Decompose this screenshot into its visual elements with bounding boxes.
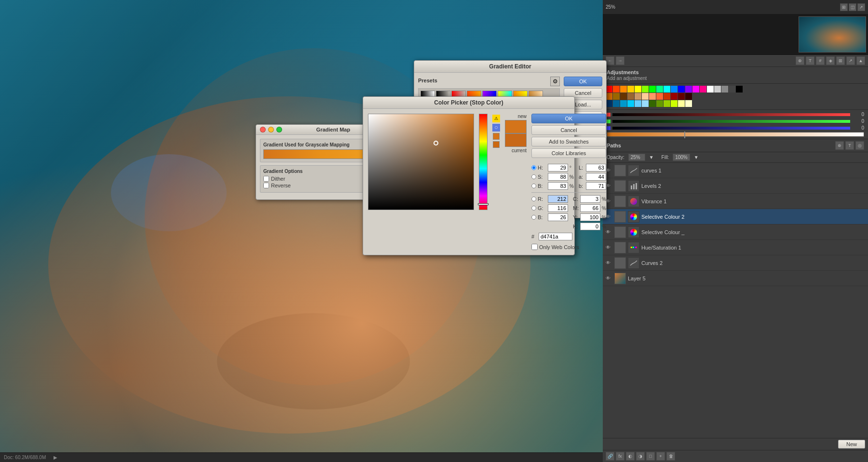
swatch[interactable] xyxy=(678,100,685,107)
swatch[interactable] xyxy=(700,86,706,92)
layer-link-icon[interactable]: 🔗 xyxy=(606,452,614,461)
hue-radio[interactable] xyxy=(531,165,536,170)
tool-btn-8[interactable]: ↗ xyxy=(846,56,855,65)
cp-add-to-swatches-button[interactable]: Add to Swatches xyxy=(531,137,606,146)
tool-btn-4[interactable]: T xyxy=(806,56,814,65)
layer-item-selective2[interactable]: 👁 Selective Colour 2 xyxy=(603,209,868,224)
cp-cancel-button[interactable]: Cancel xyxy=(531,125,606,135)
layer-item-curves2[interactable]: 👁 Curves 2 xyxy=(603,255,868,271)
r-radio[interactable] xyxy=(531,197,536,201)
layer-eye-vibrance1[interactable]: 👁 xyxy=(606,198,612,204)
toolbar-icon-3[interactable]: ↗ xyxy=(857,3,865,11)
ge-ok-button[interactable]: OK xyxy=(564,77,602,86)
tool-btn-6[interactable]: ◈ xyxy=(826,56,835,65)
b3-input[interactable] xyxy=(586,182,606,190)
b-input[interactable] xyxy=(548,182,568,190)
layer-mask-icon[interactable]: ◐ xyxy=(626,452,635,461)
sat-radio[interactable] xyxy=(531,174,536,179)
gradient-map-max-button[interactable] xyxy=(276,127,282,132)
swatch[interactable] xyxy=(642,93,649,100)
swatch[interactable] xyxy=(620,100,627,107)
y-input[interactable] xyxy=(580,213,600,221)
swatch[interactable] xyxy=(721,86,728,92)
swatch[interactable] xyxy=(656,86,663,92)
swatch[interactable] xyxy=(729,86,735,92)
layer-item-layer5[interactable]: 👁 Layer 5 xyxy=(603,271,868,286)
layer-eye-hue1[interactable]: 👁 xyxy=(606,245,612,250)
layer-group-icon[interactable]: □ xyxy=(646,452,655,461)
h-input[interactable] xyxy=(548,164,568,172)
swatch[interactable] xyxy=(627,86,634,92)
color-field[interactable] xyxy=(368,114,474,210)
hue-slider[interactable] xyxy=(479,114,488,210)
only-web-colors-checkbox[interactable] xyxy=(531,244,538,250)
swatch[interactable] xyxy=(613,86,620,92)
layer-eye-levels2[interactable]: 👁 xyxy=(606,183,612,188)
swatch[interactable] xyxy=(635,93,641,100)
swatch[interactable] xyxy=(664,93,670,100)
reverse-checkbox[interactable] xyxy=(263,183,269,188)
swatch[interactable] xyxy=(606,100,612,107)
k-input[interactable] xyxy=(580,223,600,230)
swatch[interactable] xyxy=(714,86,721,92)
s-input[interactable] xyxy=(548,173,568,181)
r-input[interactable] xyxy=(548,195,568,203)
swatch[interactable] xyxy=(685,86,692,92)
layer-item-vibrance1[interactable]: 👁 Vibrance 1 xyxy=(603,194,868,209)
swatch[interactable] xyxy=(678,86,685,92)
layer-item-curves1[interactable]: 👁 curves 1 xyxy=(603,163,868,178)
swatch[interactable] xyxy=(671,93,678,100)
layer-item-selective1[interactable]: 👁 Selective Colour _ xyxy=(603,224,868,240)
a-input[interactable] xyxy=(586,173,606,181)
presets-gear-button[interactable]: ⚙ xyxy=(550,77,560,86)
c-input[interactable] xyxy=(580,195,600,203)
g-radio[interactable] xyxy=(531,206,536,211)
m-input[interactable] xyxy=(580,204,600,212)
swatch[interactable] xyxy=(685,93,692,100)
swatch[interactable] xyxy=(613,93,620,100)
swatch[interactable] xyxy=(642,86,649,92)
tool-btn-2[interactable]: → xyxy=(616,56,624,65)
tool-btn-7[interactable]: ⊞ xyxy=(836,56,845,65)
hex-input[interactable] xyxy=(539,233,572,240)
l-input[interactable] xyxy=(586,164,606,172)
layer-eye-curves2[interactable]: 👁 xyxy=(606,260,612,265)
swatch[interactable] xyxy=(678,93,685,100)
swatch[interactable] xyxy=(620,86,627,92)
layer-fx-icon[interactable]: fx xyxy=(616,452,624,461)
swatch[interactable] xyxy=(613,100,620,107)
swatch[interactable] xyxy=(635,100,641,107)
b2-radio[interactable] xyxy=(531,215,536,220)
tool-btn-1[interactable]: ← xyxy=(606,56,614,65)
toolbar-icon-2[interactable]: ◫ xyxy=(849,3,856,11)
tool-btn-9[interactable]: ▲ xyxy=(856,56,865,65)
cp-ok-button[interactable]: OK xyxy=(531,114,606,123)
layer-new-icon[interactable]: + xyxy=(656,452,665,461)
layer-item-hue1[interactable]: 👁 Hue/Saturation 1 xyxy=(603,240,868,255)
cp-color-libraries-button[interactable]: Color Libraries xyxy=(531,148,606,158)
swatch[interactable] xyxy=(664,86,670,92)
swatch[interactable] xyxy=(627,100,634,107)
tool-btn-3[interactable]: ⊕ xyxy=(796,56,804,65)
path-tool-2[interactable]: T xyxy=(845,141,854,150)
bright-radio[interactable] xyxy=(531,184,536,188)
layer-adj-icon[interactable]: ◑ xyxy=(636,452,645,461)
swatch[interactable] xyxy=(620,93,627,100)
toolbar-icon-1[interactable]: ⊞ xyxy=(840,3,848,11)
path-tool-1[interactable]: ⊕ xyxy=(835,141,844,150)
b2-input[interactable] xyxy=(548,213,568,221)
dither-checkbox[interactable] xyxy=(263,176,269,182)
swatch[interactable] xyxy=(692,86,699,92)
path-tool-3[interactable]: ◎ xyxy=(855,141,864,150)
swatch[interactable] xyxy=(671,100,678,107)
swatch[interactable] xyxy=(606,93,612,100)
layer-delete-icon[interactable]: 🗑 xyxy=(666,452,675,461)
swatch[interactable] xyxy=(627,93,634,100)
layer-eye-selective2[interactable]: 👁 xyxy=(606,214,612,219)
swatch[interactable] xyxy=(707,86,714,92)
swatch[interactable] xyxy=(649,93,656,100)
tool-btn-5[interactable]: # xyxy=(816,56,825,65)
swatch[interactable] xyxy=(649,100,656,107)
gradient-map-preview[interactable] xyxy=(263,149,378,159)
gradient-map-close-button[interactable] xyxy=(260,127,266,132)
